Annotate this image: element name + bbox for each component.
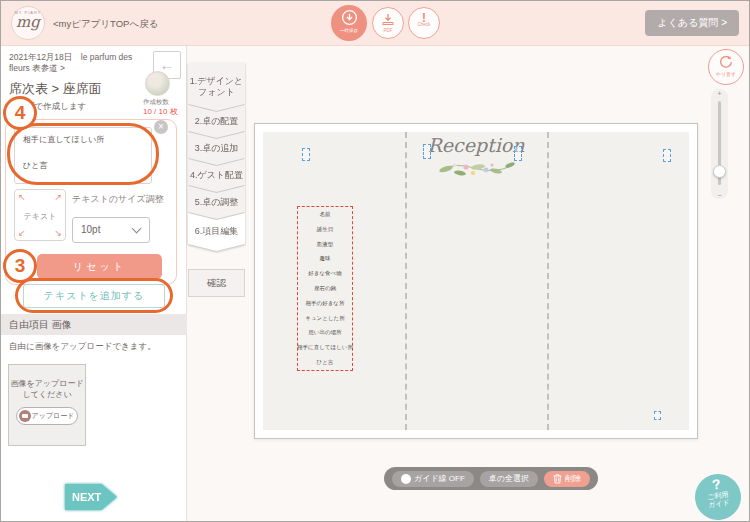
fold-line-right (547, 132, 549, 430)
profile-item: 座右の銘 (314, 285, 336, 292)
text-placeholder-handle-2[interactable] (423, 144, 431, 159)
app-window: MY PIARY mg <myピアプリTOPへ戻る 一時保存 PDF ! Che… (0, 0, 750, 522)
profile-item: 血液型 (317, 241, 334, 248)
tab-design-font[interactable]: 1.デザインとフォント (188, 63, 245, 111)
chevron-down-icon (132, 224, 142, 234)
image-section-description: 自由に画像をアップロードできます。 (9, 341, 156, 353)
upload-button[interactable]: アップロード (16, 407, 78, 425)
annotation-step-4: 4 (3, 96, 37, 130)
arrow-up-right-icon: ↗ (54, 192, 62, 202)
text-placeholder-handle-3[interactable] (514, 146, 522, 161)
tab-confirm[interactable]: 確認 (188, 269, 245, 297)
canvas-workspace: Reception (187, 46, 750, 522)
pdf-button[interactable]: PDF (372, 7, 404, 39)
redo-icon (718, 54, 734, 70)
delete-label: 削除 (565, 471, 581, 487)
close-icon[interactable]: × (154, 120, 168, 134)
next-button[interactable]: NEXT (65, 484, 117, 510)
text-item-line2: ひと言 (23, 161, 143, 171)
sheet-count-value: 10 / 10 枚 (143, 106, 178, 117)
canvas-toolbar: ガイド線 OFF 卓の全選択 削除 (384, 467, 598, 490)
text-item-textarea[interactable]: 相手に直してほしい所 ひと言 (14, 127, 152, 184)
profile-item: 思い出の場所 (308, 329, 341, 336)
zoom-slider: + − (711, 89, 728, 199)
add-text-button[interactable]: テキストを追加する (23, 284, 165, 308)
left-sidebar: 2021年12月18日 le parfum des fleurs 表参道 > ←… (1, 46, 187, 522)
profile-item: 名前 (320, 211, 331, 218)
back-to-top-link[interactable]: <myピアプリTOPへ戻る (53, 18, 158, 31)
upload-hint-line1: 画像をアップロード (9, 378, 85, 389)
tab-item-edit[interactable]: 6.項目編集 (188, 213, 245, 251)
delete-button[interactable]: 削除 (544, 471, 590, 487)
profile-item: 好きな食べ物 (308, 270, 341, 277)
floral-decoration (426, 156, 526, 182)
arrow-up-left-icon: ↖ (18, 192, 26, 202)
profile-item: 趣味 (320, 255, 331, 262)
text-size-select[interactable]: 10pt (72, 217, 150, 243)
design-thumbnail (145, 71, 170, 96)
reset-button[interactable]: リセット (37, 254, 162, 279)
profile-item: 相手に直してほしい所 (297, 344, 353, 351)
upload-button-label: アップロード (32, 412, 75, 419)
faq-button[interactable]: よくある質問 > (645, 10, 739, 36)
step-tab-column: 1.デザインとフォント 2.卓の配置 3.卓の追加 4.ゲスト配置 5.卓の調整… (188, 63, 245, 297)
profile-item-list[interactable]: 名前 誕生日 血液型 趣味 好きな食べ物 座右の銘 相手の好きな所 キュンとした… (297, 206, 353, 371)
top-header: MY PIARY mg <myピアプリTOPへ戻る 一時保存 PDF ! Che… (1, 1, 749, 46)
arrow-down-left-icon: ↙ (18, 228, 26, 238)
zoom-in-icon[interactable]: + (711, 90, 728, 97)
save-download-icon (341, 9, 358, 26)
resize-box-label: テキスト (15, 211, 65, 222)
profile-item: 誕生日 (317, 226, 334, 233)
text-item-line1: 相手に直してほしい所 (23, 135, 143, 145)
profile-item: ひと言 (317, 359, 334, 366)
pdf-download-icon (381, 13, 395, 26)
redo-label: やり直す (709, 71, 743, 77)
zoom-slider-thumb[interactable] (713, 165, 726, 178)
camera-icon (19, 410, 31, 422)
text-placeholder-handle-4[interactable] (663, 149, 671, 162)
arrow-down-right-icon: ↘ (54, 228, 62, 238)
annotation-step-3: 3 (3, 249, 37, 283)
usage-guide-button[interactable]: ? ご利用 ガイド (692, 471, 744, 522)
guide-toggle-label: ガイド線 OFF (414, 471, 465, 487)
save-button[interactable]: 一時保存 (331, 5, 367, 41)
text-placeholder-handle-5[interactable] (654, 411, 661, 420)
image-section-header: 自由項目 画像 (1, 314, 187, 335)
redo-button[interactable]: やり直す (708, 49, 744, 85)
check-button[interactable]: ! Check (408, 7, 440, 39)
text-resize-handle[interactable]: ↖ ↗ ↙ ↘ テキスト (14, 189, 66, 241)
guide-line-toggle[interactable]: ガイド線 OFF (392, 471, 474, 487)
profile-item: キュンとした所 (305, 315, 344, 322)
image-upload-box[interactable]: 画像をアップロード してください アップロード (8, 364, 86, 446)
zoom-out-icon[interactable]: − (711, 192, 728, 199)
text-size-value: 10pt (81, 224, 100, 235)
save-button-label: 一時保存 (331, 28, 367, 33)
brand-logo[interactable]: MY PIARY mg (11, 6, 45, 40)
reception-heading[interactable]: Reception (405, 134, 547, 186)
text-size-label: テキストのサイズ調整 (72, 194, 174, 205)
check-button-label: Check (409, 22, 439, 27)
select-all-label: 卓の全選択 (489, 471, 529, 487)
select-all-tables-button[interactable]: 卓の全選択 (480, 471, 538, 487)
profile-item: 相手の好きな所 (306, 300, 345, 307)
upload-hint-line2: してください (9, 389, 85, 400)
page-inner: Reception (263, 132, 689, 430)
trash-icon (553, 474, 562, 484)
project-date-line: 2021年12月18日 le parfum des fleurs 表参道 > (9, 52, 151, 74)
text-placeholder-handle-1[interactable] (302, 148, 310, 161)
pdf-button-label: PDF (373, 28, 403, 33)
logo-arc-text: MY PIARY (12, 10, 44, 15)
seating-chart-page: Reception (254, 123, 698, 439)
toggle-knob (401, 474, 411, 484)
logo-monogram: mg (16, 13, 40, 31)
